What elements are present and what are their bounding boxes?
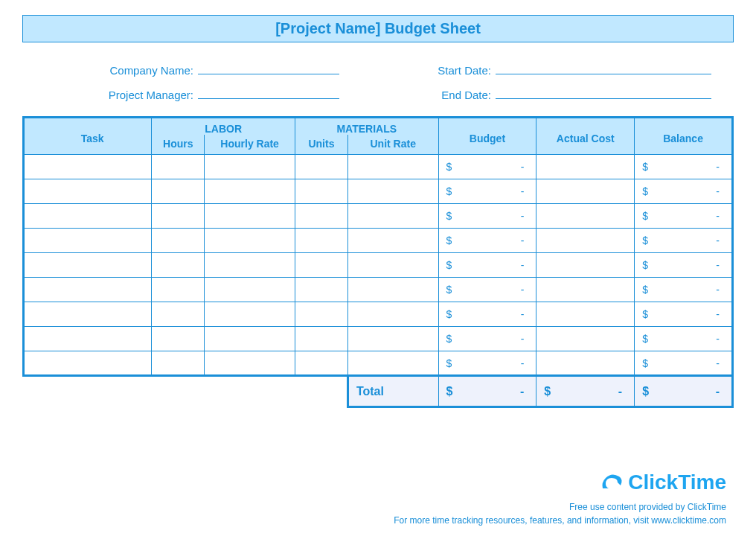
cell-hours[interactable] <box>152 253 205 278</box>
cell-units[interactable] <box>295 179 347 204</box>
cell-actual-cost[interactable] <box>536 179 635 204</box>
brand-text: ClickTime <box>628 471 726 494</box>
cell-units[interactable] <box>295 351 347 376</box>
cell-budget: $- <box>438 179 536 204</box>
cell-hourly-rate[interactable] <box>205 351 295 376</box>
cell-hours[interactable] <box>152 155 205 179</box>
cell-actual-cost[interactable] <box>536 351 635 376</box>
table-row: $-$- <box>24 351 733 376</box>
cell-units[interactable] <box>295 253 347 278</box>
manager-input-line[interactable] <box>198 86 339 99</box>
total-budget: $- <box>438 376 536 407</box>
cell-actual-cost[interactable] <box>536 229 635 253</box>
table-row: $-$- <box>24 302 733 327</box>
cell-actual-cost[interactable] <box>536 253 635 278</box>
cell-hours[interactable] <box>152 179 205 204</box>
svg-point-0 <box>609 481 611 483</box>
cell-task[interactable] <box>24 155 152 179</box>
cell-balance: $- <box>635 229 733 253</box>
cell-budget: $- <box>438 302 536 327</box>
cell-hours[interactable] <box>152 229 205 253</box>
cell-actual-cost[interactable] <box>536 155 635 179</box>
cell-balance: $- <box>635 278 733 302</box>
table-row: $-$- <box>24 278 733 302</box>
footer: ClickTime Free use content provided by C… <box>394 471 726 527</box>
credit-line-1: Free use content provided by ClickTime <box>394 500 726 514</box>
total-balance: $- <box>635 376 733 407</box>
cell-balance: $- <box>635 155 733 179</box>
cell-hours[interactable] <box>152 204 205 229</box>
cell-task[interactable] <box>24 179 152 204</box>
cell-unit-rate[interactable] <box>347 302 438 327</box>
table-row: $-$- <box>24 229 733 253</box>
cell-hourly-rate[interactable] <box>205 155 295 179</box>
cell-unit-rate[interactable] <box>347 327 438 351</box>
cell-unit-rate[interactable] <box>347 253 438 278</box>
cell-hourly-rate[interactable] <box>205 327 295 351</box>
table-row: $-$- <box>24 179 733 204</box>
table-row: $-$- <box>24 327 733 351</box>
cell-units[interactable] <box>295 302 347 327</box>
cell-actual-cost[interactable] <box>536 327 635 351</box>
cell-balance: $- <box>635 327 733 351</box>
cell-hours[interactable] <box>152 327 205 351</box>
cell-hourly-rate[interactable] <box>205 302 295 327</box>
col-group-labor: LABOR <box>152 118 295 136</box>
cell-budget: $- <box>438 351 536 376</box>
cell-unit-rate[interactable] <box>347 155 438 179</box>
cell-unit-rate[interactable] <box>347 179 438 204</box>
cell-units[interactable] <box>295 327 347 351</box>
total-actual: $- <box>536 376 635 407</box>
cell-actual-cost[interactable] <box>536 302 635 327</box>
cell-budget: $- <box>438 155 536 179</box>
cell-units[interactable] <box>295 155 347 179</box>
cell-task[interactable] <box>24 204 152 229</box>
company-input-line[interactable] <box>198 61 339 74</box>
cell-hours[interactable] <box>152 278 205 302</box>
cell-unit-rate[interactable] <box>347 351 438 376</box>
col-group-materials: MATERIALS <box>295 118 438 136</box>
cell-task[interactable] <box>24 229 152 253</box>
table-row: $-$- <box>24 253 733 278</box>
cell-budget: $- <box>438 253 536 278</box>
cell-units[interactable] <box>295 229 347 253</box>
cell-task[interactable] <box>24 302 152 327</box>
cell-balance: $- <box>635 351 733 376</box>
col-actual-cost: Actual Cost <box>536 118 635 155</box>
meta-row-2: Project Manager: End Date: <box>22 86 734 101</box>
cell-balance: $- <box>635 179 733 204</box>
cell-task[interactable] <box>24 278 152 302</box>
cell-hours[interactable] <box>152 351 205 376</box>
cell-task[interactable] <box>24 351 152 376</box>
svg-point-1 <box>613 479 615 482</box>
cell-units[interactable] <box>295 204 347 229</box>
cell-actual-cost[interactable] <box>536 278 635 302</box>
end-date-input-line[interactable] <box>496 86 711 99</box>
cell-unit-rate[interactable] <box>347 278 438 302</box>
cell-task[interactable] <box>24 327 152 351</box>
cell-unit-rate[interactable] <box>347 204 438 229</box>
cell-hours[interactable] <box>152 302 205 327</box>
brand: ClickTime <box>394 471 726 494</box>
col-hourly-rate: Hourly Rate <box>205 135 295 155</box>
cell-task[interactable] <box>24 253 152 278</box>
cell-balance: $- <box>635 204 733 229</box>
cell-hourly-rate[interactable] <box>205 229 295 253</box>
meta-row-1: Company Name: Start Date: <box>22 61 734 77</box>
cell-hourly-rate[interactable] <box>205 278 295 302</box>
table-row: $-$- <box>24 155 733 179</box>
start-date-input-line[interactable] <box>496 61 711 74</box>
manager-label: Project Manager: <box>82 89 193 101</box>
cell-hourly-rate[interactable] <box>205 253 295 278</box>
end-date-label: End Date: <box>424 89 491 101</box>
col-units: Units <box>295 135 347 155</box>
cell-actual-cost[interactable] <box>536 204 635 229</box>
col-budget: Budget <box>438 118 536 155</box>
total-row: Total $- $- $- <box>24 376 733 407</box>
col-unit-rate: Unit Rate <box>347 135 438 155</box>
cell-unit-rate[interactable] <box>347 229 438 253</box>
cell-hourly-rate[interactable] <box>205 204 295 229</box>
budget-table: Task LABOR MATERIALS Budget Actual Cost … <box>22 116 734 408</box>
cell-hourly-rate[interactable] <box>205 179 295 204</box>
cell-units[interactable] <box>295 278 347 302</box>
